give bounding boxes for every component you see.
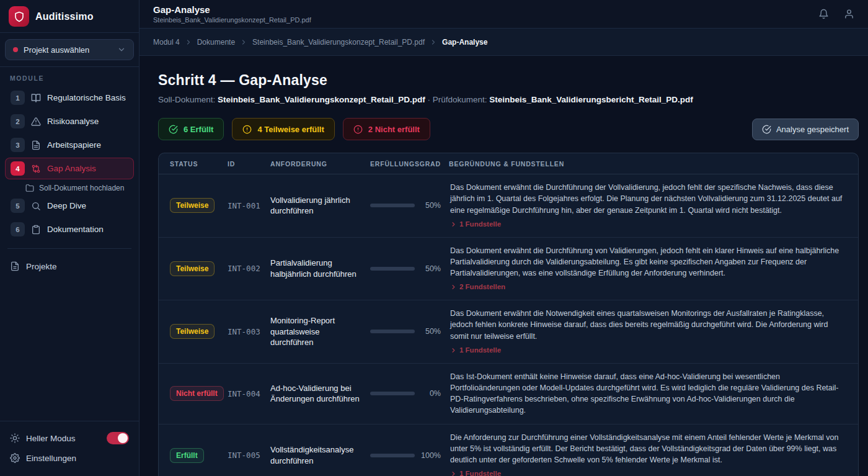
sidebar-item-regulatorische-basis[interactable]: 1 Regulatorische Basis <box>5 87 134 109</box>
progress-bar <box>370 392 415 395</box>
progress-percent: 50% <box>421 264 441 273</box>
check-circle-icon <box>169 125 178 134</box>
chip-label: 2 Nicht erfüllt <box>368 125 420 134</box>
sidebar-spacer <box>0 277 139 421</box>
chip-label: 4 Teilweise erfüllt <box>257 125 324 134</box>
sidebar-item-deep-dive[interactable]: 5 Deep Dive <box>5 195 134 217</box>
breadcrumb-item[interactable]: Steinbeis_Bank_Validierungskonzept_Retai… <box>252 38 425 47</box>
breadcrumb-item[interactable]: Modul 4 <box>153 38 180 47</box>
bell-icon[interactable] <box>818 9 829 19</box>
toggle-knob <box>118 433 128 443</box>
justification-cell: Die Anforderung zur Durchführung einer V… <box>449 432 847 476</box>
justification-cell: Das Dokument erwähnt die Durchführung de… <box>449 182 847 230</box>
project-selector-label: Projekt auswählen <box>24 45 112 55</box>
sidebar-item-label: Gap Analysis <box>47 164 96 173</box>
sidebar-item-label: Risikoanalyse <box>47 117 99 126</box>
requirement-text: Vollständigkeitsanalyse durchführen <box>270 444 370 466</box>
column-header-erfuellungsgrad: ERFÜLLUNGSGRAD <box>370 160 449 168</box>
requirement-id: INT-001 <box>228 201 270 210</box>
summary-chips-row: 6 Erfüllt 4 Teilweise erfüllt 2 Nicht er… <box>158 118 859 140</box>
requirement-id: INT-002 <box>228 264 270 273</box>
chevron-right-icon <box>450 470 457 476</box>
app-logo-row: Auditissimo <box>0 0 139 32</box>
chip-nicht-erfuellt[interactable]: 2 Nicht erfüllt <box>343 118 430 140</box>
shield-icon <box>14 11 25 22</box>
sidebar-item-risikoanalyse[interactable]: 2 Risikoanalyse <box>5 110 134 132</box>
status-badge: Teilweise <box>170 261 215 276</box>
settings-row[interactable]: Einstellungen <box>10 449 129 467</box>
analysis-saved-button[interactable]: Analyse gespeichert <box>752 119 859 140</box>
sidebar-item-projekte[interactable]: Projekte <box>0 255 139 277</box>
topbar-subtitle: Steinbeis_Bank_Validierungskonzept_Retai… <box>153 16 818 24</box>
chip-teilweise-erfuellt[interactable]: 4 Teilweise erfüllt <box>232 118 334 140</box>
progress-percent: 0% <box>421 389 441 398</box>
chevron-right-icon <box>240 38 247 46</box>
progress-percent: 50% <box>421 201 441 210</box>
justification-text: Das Dokument erwähnt die Durchführung vo… <box>450 246 839 278</box>
fundstellen-link[interactable]: 2 Fundstellen <box>450 282 847 292</box>
table-row: Teilweise INT-001 Vollvalidierung jährli… <box>159 174 858 238</box>
fulfillment-cell: 0% <box>370 389 449 398</box>
requirement-id: INT-005 <box>228 451 270 460</box>
fundstellen-label: 1 Fundstelle <box>459 219 501 230</box>
chevron-right-icon <box>450 221 457 228</box>
table-row: Erfüllt INT-005 Vollständigkeitsanalyse … <box>159 424 858 476</box>
saved-button-label: Analyse gespeichert <box>776 125 849 134</box>
chevron-down-icon <box>117 45 126 54</box>
pruef-value: Steinbeis_Bank_Validierungsbericht_Retai… <box>489 95 693 104</box>
table-header-row: STATUS ID ANFORDERUNG ERFÜLLUNGSGRAD BEG… <box>159 153 858 174</box>
fundstellen-link[interactable]: 1 Fundstelle <box>450 469 847 476</box>
justification-text: Das Ist-Dokument enthält keine Hinweise … <box>450 372 839 415</box>
fundstellen-link[interactable]: 1 Fundstelle <box>450 345 847 356</box>
requirement-id: INT-004 <box>228 389 270 398</box>
alert-triangle-icon <box>31 117 41 127</box>
requirement-text: Partialvalidierung halbjährlich durchfüh… <box>270 258 370 279</box>
requirement-text: Ad-hoc-Validierung bei Änderungen durchf… <box>270 383 370 405</box>
module-number: 5 <box>11 199 25 213</box>
sun-icon <box>10 433 20 443</box>
fulfillment-cell: 50% <box>370 201 449 210</box>
app-root: Auditissimo Projekt auswählen MODULE 1 R… <box>0 0 868 476</box>
status-badge: Erfüllt <box>170 448 204 463</box>
folder-upload-icon <box>25 184 34 192</box>
breadcrumb-item[interactable]: Dokumente <box>197 38 235 47</box>
sidebar-item-gap-analysis[interactable]: 4 Gap Analysis <box>5 158 134 179</box>
project-selector[interactable]: Projekt auswählen <box>5 39 134 60</box>
sidebar-item-dokumentation[interactable]: 6 Dokumentation <box>5 218 134 240</box>
topbar-icons <box>818 9 854 19</box>
modules-section-label: MODULE <box>0 67 139 87</box>
fundstellen-link[interactable]: 1 Fundstelle <box>450 219 847 230</box>
file-icon <box>10 261 20 271</box>
project-status-dot <box>13 47 18 52</box>
user-icon[interactable] <box>844 9 854 19</box>
chip-erfuellt[interactable]: 6 Erfüllt <box>158 118 224 140</box>
status-badge: Teilweise <box>170 324 215 339</box>
chevron-right-icon <box>450 347 457 354</box>
requirement-text: Monitoring-Report quartalsweise durchfüh… <box>270 315 370 348</box>
check-circle-icon <box>762 125 771 134</box>
column-header-begruendung: BEGRÜNDUNG & FUNDSTELLEN <box>449 160 847 168</box>
status-badge: Teilweise <box>170 198 215 213</box>
topbar-titles: Gap-Analyse Steinbeis_Bank_Validierungsk… <box>153 4 818 24</box>
main-column: Gap-Analyse Steinbeis_Bank_Validierungsk… <box>140 0 868 476</box>
search-icon <box>31 201 41 211</box>
sidebar-item-label: Arbeitspapiere <box>47 140 101 150</box>
sidebar-subitem-soll-dokument-hochladen[interactable]: Soll-Dokument hochladen <box>5 181 134 195</box>
module-number: 1 <box>11 91 25 105</box>
settings-label: Einstellungen <box>26 454 129 463</box>
light-mode-row: Heller Modus <box>10 428 129 449</box>
justification-text: Das Dokument erwähnt die Notwendigkeit e… <box>450 309 828 341</box>
sidebar-item-label: Projekte <box>26 262 57 271</box>
topbar-title: Gap-Analyse <box>153 4 818 15</box>
module-number: 3 <box>11 138 25 152</box>
column-header-status: STATUS <box>170 160 228 168</box>
app-name: Auditissimo <box>35 11 94 22</box>
sidebar-subitem-label: Soll-Dokument hochladen <box>39 184 124 192</box>
chevron-right-icon <box>430 38 437 46</box>
sidebar-item-arbeitspapiere[interactable]: 3 Arbeitspapiere <box>5 134 134 156</box>
app-logo <box>9 6 29 27</box>
justification-cell: Das Dokument erwähnt die Notwendigkeit e… <box>449 308 847 356</box>
dark-mode-toggle[interactable] <box>107 432 129 444</box>
document-line: Soll-Dokument: Steinbeis_Bank_Validierun… <box>158 95 859 104</box>
justification-cell: Das Ist-Dokument enthält keine Hinweise … <box>449 371 847 416</box>
